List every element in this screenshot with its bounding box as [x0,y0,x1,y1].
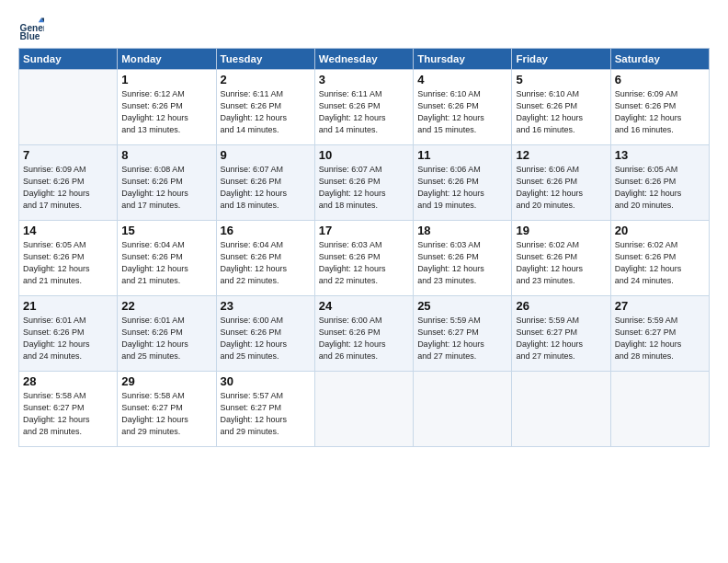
day-cell: 30Sunrise: 5:57 AMSunset: 6:27 PMDayligh… [216,372,314,447]
day-number: 27 [615,299,705,313]
day-number: 8 [121,148,211,162]
day-number: 9 [221,148,311,162]
day-cell: 27Sunrise: 5:59 AMSunset: 6:27 PMDayligh… [610,296,709,372]
day-cell: 12Sunrise: 6:06 AMSunset: 6:26 PMDayligh… [512,145,610,221]
week-row-3: 14Sunrise: 6:05 AMSunset: 6:26 PMDayligh… [19,221,710,296]
logo-icon: General Blue [18,17,44,42]
day-info: Sunrise: 6:02 AMSunset: 6:26 PMDaylight:… [516,239,606,287]
day-cell: 25Sunrise: 5:59 AMSunset: 6:27 PMDayligh… [414,296,512,372]
col-header-tuesday: Tuesday [216,49,314,70]
col-header-saturday: Saturday [610,49,709,70]
day-info: Sunrise: 5:58 AMSunset: 6:27 PMDaylight:… [23,390,113,438]
day-number: 14 [23,224,113,237]
day-info: Sunrise: 6:00 AMSunset: 6:26 PMDaylight:… [221,315,311,362]
col-header-sunday: Sunday [19,49,118,70]
day-cell: 1Sunrise: 6:12 AMSunset: 6:26 PMDaylight… [118,70,216,145]
day-info: Sunrise: 6:07 AMSunset: 6:26 PMDaylight:… [221,164,311,212]
logo: General Blue [18,17,48,42]
day-number: 22 [121,299,211,313]
day-info: Sunrise: 6:04 AMSunset: 6:26 PMDaylight:… [121,239,211,287]
day-number: 12 [516,148,606,162]
day-number: 15 [121,224,211,237]
day-cell: 18Sunrise: 6:03 AMSunset: 6:26 PMDayligh… [414,221,512,296]
page: General Blue SundayMondayTuesdayWednesda… [0,0,728,456]
day-number: 24 [319,299,409,313]
day-number: 17 [319,224,409,237]
day-cell: 17Sunrise: 6:03 AMSunset: 6:26 PMDayligh… [314,221,413,296]
day-info: Sunrise: 6:09 AMSunset: 6:26 PMDaylight:… [615,88,705,136]
day-number: 20 [615,224,705,237]
day-cell: 16Sunrise: 6:04 AMSunset: 6:26 PMDayligh… [216,221,314,296]
day-cell: 19Sunrise: 6:02 AMSunset: 6:26 PMDayligh… [512,221,610,296]
day-info: Sunrise: 5:59 AMSunset: 6:27 PMDaylight:… [417,315,507,362]
day-info: Sunrise: 5:59 AMSunset: 6:27 PMDaylight:… [516,315,606,362]
day-number: 11 [417,148,507,162]
header-row: SundayMondayTuesdayWednesdayThursdayFrid… [19,49,710,70]
day-info: Sunrise: 6:10 AMSunset: 6:26 PMDaylight:… [516,88,606,136]
day-info: Sunrise: 6:08 AMSunset: 6:26 PMDaylight:… [121,164,211,212]
day-cell [19,70,118,145]
day-info: Sunrise: 6:05 AMSunset: 6:26 PMDaylight:… [615,164,705,212]
day-cell: 4Sunrise: 6:10 AMSunset: 6:26 PMDaylight… [414,70,512,145]
day-cell: 29Sunrise: 5:58 AMSunset: 6:27 PMDayligh… [118,372,216,447]
day-cell: 15Sunrise: 6:04 AMSunset: 6:26 PMDayligh… [118,221,216,296]
day-cell: 13Sunrise: 6:05 AMSunset: 6:26 PMDayligh… [610,145,709,221]
col-header-friday: Friday [512,49,610,70]
week-row-5: 28Sunrise: 5:58 AMSunset: 6:27 PMDayligh… [19,372,710,447]
day-cell: 3Sunrise: 6:11 AMSunset: 6:26 PMDaylight… [314,70,413,145]
day-info: Sunrise: 5:57 AMSunset: 6:27 PMDaylight:… [221,390,311,438]
day-cell: 10Sunrise: 6:07 AMSunset: 6:26 PMDayligh… [314,145,413,221]
day-number: 13 [615,148,705,162]
day-cell: 5Sunrise: 6:10 AMSunset: 6:26 PMDaylight… [512,70,610,145]
day-info: Sunrise: 6:06 AMSunset: 6:26 PMDaylight:… [417,164,507,212]
day-info: Sunrise: 5:58 AMSunset: 6:27 PMDaylight:… [121,390,211,438]
day-cell [610,372,709,447]
week-row-4: 21Sunrise: 6:01 AMSunset: 6:26 PMDayligh… [19,296,710,372]
day-cell: 7Sunrise: 6:09 AMSunset: 6:26 PMDaylight… [19,145,118,221]
day-cell: 28Sunrise: 5:58 AMSunset: 6:27 PMDayligh… [19,372,118,447]
svg-text:Blue: Blue [20,31,40,41]
day-info: Sunrise: 6:01 AMSunset: 6:26 PMDaylight:… [23,315,113,362]
day-cell: 21Sunrise: 6:01 AMSunset: 6:26 PMDayligh… [19,296,118,372]
day-number: 21 [23,299,113,313]
day-number: 29 [121,374,211,388]
day-info: Sunrise: 6:09 AMSunset: 6:26 PMDaylight:… [23,164,113,212]
day-number: 7 [23,148,113,162]
day-info: Sunrise: 5:59 AMSunset: 6:27 PMDaylight:… [615,315,705,362]
day-number: 10 [319,148,409,162]
day-info: Sunrise: 6:03 AMSunset: 6:26 PMDaylight:… [319,239,409,287]
day-number: 16 [221,224,311,237]
day-number: 4 [417,73,507,86]
day-cell: 20Sunrise: 6:02 AMSunset: 6:26 PMDayligh… [610,221,709,296]
day-info: Sunrise: 6:10 AMSunset: 6:26 PMDaylight:… [417,88,507,136]
day-number: 19 [516,224,606,237]
day-cell: 24Sunrise: 6:00 AMSunset: 6:26 PMDayligh… [314,296,413,372]
day-cell: 2Sunrise: 6:11 AMSunset: 6:26 PMDaylight… [216,70,314,145]
day-info: Sunrise: 6:00 AMSunset: 6:26 PMDaylight:… [319,315,409,362]
day-number: 3 [319,73,409,86]
day-cell: 26Sunrise: 5:59 AMSunset: 6:27 PMDayligh… [512,296,610,372]
day-number: 25 [417,299,507,313]
day-number: 6 [615,73,705,86]
day-info: Sunrise: 6:02 AMSunset: 6:26 PMDaylight:… [615,239,705,287]
day-info: Sunrise: 6:11 AMSunset: 6:26 PMDaylight:… [319,88,409,136]
day-cell: 22Sunrise: 6:01 AMSunset: 6:26 PMDayligh… [118,296,216,372]
day-info: Sunrise: 6:06 AMSunset: 6:26 PMDaylight:… [516,164,606,212]
day-number: 1 [121,73,211,86]
day-cell [314,372,413,447]
day-cell: 9Sunrise: 6:07 AMSunset: 6:26 PMDaylight… [216,145,314,221]
day-cell [414,372,512,447]
day-info: Sunrise: 6:12 AMSunset: 6:26 PMDaylight:… [121,88,211,136]
day-info: Sunrise: 6:04 AMSunset: 6:26 PMDaylight:… [221,239,311,287]
day-number: 5 [516,73,606,86]
day-info: Sunrise: 6:03 AMSunset: 6:26 PMDaylight:… [417,239,507,287]
col-header-thursday: Thursday [414,49,512,70]
day-info: Sunrise: 6:07 AMSunset: 6:26 PMDaylight:… [319,164,409,212]
col-header-monday: Monday [118,49,216,70]
day-info: Sunrise: 6:01 AMSunset: 6:26 PMDaylight:… [121,315,211,362]
day-number: 23 [221,299,311,313]
day-cell [512,372,610,447]
day-cell: 8Sunrise: 6:08 AMSunset: 6:26 PMDaylight… [118,145,216,221]
day-number: 30 [221,374,311,388]
day-number: 28 [23,374,113,388]
